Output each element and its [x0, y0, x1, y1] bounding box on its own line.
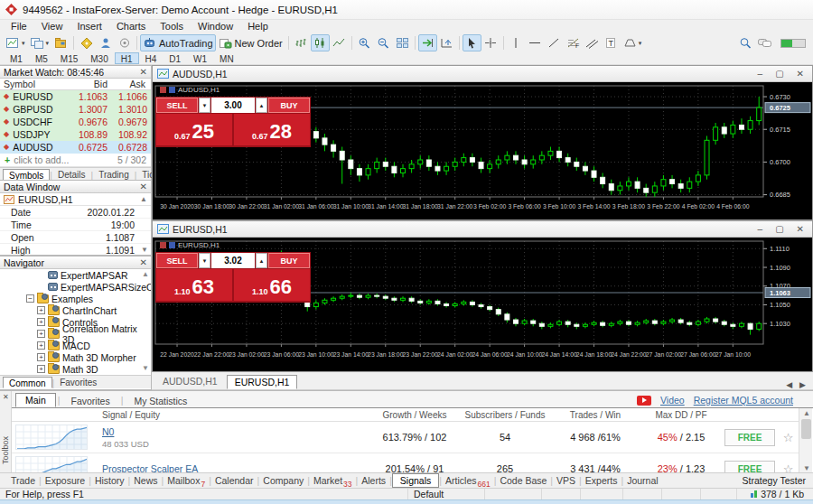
- timeframe-m30[interactable]: M30: [84, 52, 114, 64]
- tree-item-expertmapsar[interactable]: ExpertMAPSAR: [0, 269, 151, 281]
- close-icon[interactable]: ✕: [797, 69, 804, 79]
- close-icon[interactable]: ✕: [140, 182, 147, 191]
- timeframe-w1[interactable]: W1: [187, 52, 213, 64]
- buy-button[interactable]: BUY: [268, 98, 310, 113]
- video-link[interactable]: Video: [660, 395, 685, 406]
- autotrading-button[interactable]: AutoTrading: [140, 34, 216, 51]
- chart-shift-button[interactable]: [437, 34, 456, 51]
- scroll-up-icon[interactable]: ▲: [140, 195, 147, 203]
- chart-caption[interactable]: EURUSD,H1 –▢✕: [153, 221, 812, 238]
- cursor-button[interactable]: [463, 34, 481, 51]
- tab-scroll-left-icon[interactable]: ◀: [786, 380, 792, 389]
- volume-up-button[interactable]: ▲: [256, 253, 267, 268]
- buy-button[interactable]: BUY: [268, 253, 310, 268]
- zoom-out-button[interactable]: [374, 34, 393, 51]
- menu-insert[interactable]: Insert: [70, 21, 109, 32]
- menu-charts[interactable]: Charts: [109, 21, 153, 32]
- timeframe-m15[interactable]: M15: [54, 52, 84, 64]
- tree-item-correlation-matrix-3d[interactable]: +Correlation Matrix 3D: [0, 328, 151, 340]
- auto-scroll-button[interactable]: [418, 34, 437, 51]
- chat-icon[interactable]: [754, 34, 775, 51]
- navigator-header[interactable]: Navigator ✕: [0, 257, 151, 269]
- search-icon[interactable]: [735, 34, 754, 51]
- register-mql5-link[interactable]: Register MQL5 account: [694, 395, 793, 406]
- minimize-icon[interactable]: –: [758, 69, 763, 79]
- status-profile[interactable]: Default: [408, 489, 485, 500]
- candlestick-mode-button[interactable]: [311, 34, 330, 51]
- bar-chart-mode-button[interactable]: [292, 34, 311, 51]
- timeframe-m1[interactable]: M1: [4, 52, 29, 64]
- expand-icon[interactable]: +: [37, 341, 45, 350]
- tab-scroll-right-icon[interactable]: ▶: [799, 380, 806, 389]
- scroll-down-icon[interactable]: ▼: [803, 464, 810, 472]
- volume-down-button[interactable]: ▼: [199, 98, 210, 113]
- close-icon[interactable]: ✕: [140, 67, 147, 77]
- signals-tab-my-statistics[interactable]: My Statistics: [125, 395, 196, 407]
- menu-window[interactable]: Window: [191, 21, 240, 32]
- community-button[interactable]: [96, 34, 115, 51]
- close-icon[interactable]: ✕: [140, 257, 147, 267]
- menu-help[interactable]: Help: [240, 21, 276, 32]
- tab-favorites[interactable]: Favorites: [54, 377, 102, 388]
- free-button[interactable]: FREE: [724, 461, 775, 474]
- free-button[interactable]: FREE: [724, 429, 775, 446]
- tab-common[interactable]: Common: [3, 377, 52, 388]
- bottom-tab-journal[interactable]: Journal: [623, 475, 661, 486]
- notifications-button[interactable]: [115, 34, 134, 51]
- bottom-tab-alerts[interactable]: Alerts: [358, 475, 389, 486]
- maximize-icon[interactable]: ▢: [775, 69, 783, 79]
- signal-row-prospector-scalper-ea[interactable]: Prospector Scalper EA201.54% / 912653 43…: [12, 453, 799, 473]
- menu-view[interactable]: View: [34, 21, 70, 32]
- maximize-icon[interactable]: ▢: [775, 224, 783, 234]
- trendline-tool-button[interactable]: [545, 34, 564, 51]
- bottom-tab-vps[interactable]: VPS: [553, 475, 579, 486]
- new-chart-button[interactable]: ▾: [4, 34, 28, 51]
- tile-windows-button[interactable]: [393, 34, 412, 51]
- bottom-tab-signals[interactable]: Signals: [392, 473, 439, 488]
- market-watch-row-audusd[interactable]: ◆AUDUSD0.67250.6728: [0, 141, 151, 154]
- volume-up-button[interactable]: ▲: [256, 98, 267, 113]
- vertical-line-tool-button[interactable]: [507, 34, 526, 51]
- scroll-down-icon[interactable]: ▼: [142, 364, 149, 372]
- profiles-button[interactable]: ▾: [28, 34, 52, 51]
- bottom-tab-code-base[interactable]: Code Base: [496, 475, 550, 486]
- bottom-tab-news[interactable]: News: [130, 475, 161, 486]
- signal-name-link[interactable]: N0: [102, 426, 114, 437]
- buy-price[interactable]: 0.6728: [234, 114, 310, 145]
- timeframe-d1[interactable]: D1: [163, 52, 187, 64]
- bottom-tab-history[interactable]: History: [91, 475, 128, 486]
- expand-icon[interactable]: +: [37, 353, 45, 361]
- signals-tab-main[interactable]: Main: [15, 393, 56, 407]
- timeframe-m5[interactable]: M5: [29, 52, 54, 64]
- bottom-tab-market[interactable]: Market33: [310, 475, 356, 486]
- signals-scrollbar[interactable]: ▲ ▼: [799, 408, 812, 473]
- scroll-up-icon[interactable]: ▲: [142, 270, 149, 278]
- volume-input[interactable]: 3.00: [211, 98, 255, 113]
- market-watch-row-usdjpy[interactable]: ◆USDJPY108.89108.92: [0, 128, 151, 141]
- timeframe-h1[interactable]: H1: [115, 52, 139, 64]
- tree-item-math-3d[interactable]: +Math 3D: [0, 363, 151, 375]
- shapes-tool-button[interactable]: ▾: [621, 34, 645, 51]
- signals-tab-favorites[interactable]: Favorites: [62, 395, 119, 407]
- signal-row-n0[interactable]: N048 033 USD613.79% / 102544 968 /61%45%…: [12, 422, 799, 453]
- expand-icon[interactable]: +: [37, 330, 45, 338]
- chart-caption[interactable]: AUDUSD,H1 –▢✕: [153, 66, 812, 82]
- sell-button[interactable]: SELL: [156, 98, 198, 113]
- tree-item-chartinchart[interactable]: +ChartInChart: [0, 304, 151, 316]
- fibonacci-tool-button[interactable]: F: [564, 34, 583, 51]
- chart-tab-eurusd-h1[interactable]: EURUSD,H1: [227, 375, 298, 389]
- scroll-down-icon[interactable]: ▼: [141, 246, 148, 254]
- zoom-in-button[interactable]: [355, 34, 374, 51]
- buy-price[interactable]: 1.1066: [234, 269, 310, 301]
- quotes-button[interactable]: [77, 34, 96, 51]
- timeframe-h4[interactable]: H4: [139, 52, 164, 64]
- sell-price[interactable]: 1.1063: [156, 269, 232, 301]
- sell-button[interactable]: SELL: [156, 253, 198, 268]
- menu-file[interactable]: File: [4, 21, 34, 32]
- tree-item-expertmapsarsizeoptim[interactable]: ExpertMAPSARSizeOptim: [0, 281, 151, 293]
- data-folder-button[interactable]: [51, 34, 70, 51]
- tree-item-math-3d-morpher[interactable]: +Math 3D Morpher: [0, 351, 151, 363]
- sell-price[interactable]: 0.6725: [156, 114, 232, 145]
- market-watch-row-usdchf[interactable]: ◆USDCHF0.96760.9679: [0, 116, 151, 128]
- market-watch-row-eurusd[interactable]: ◆EURUSD1.10631.1066: [0, 90, 151, 103]
